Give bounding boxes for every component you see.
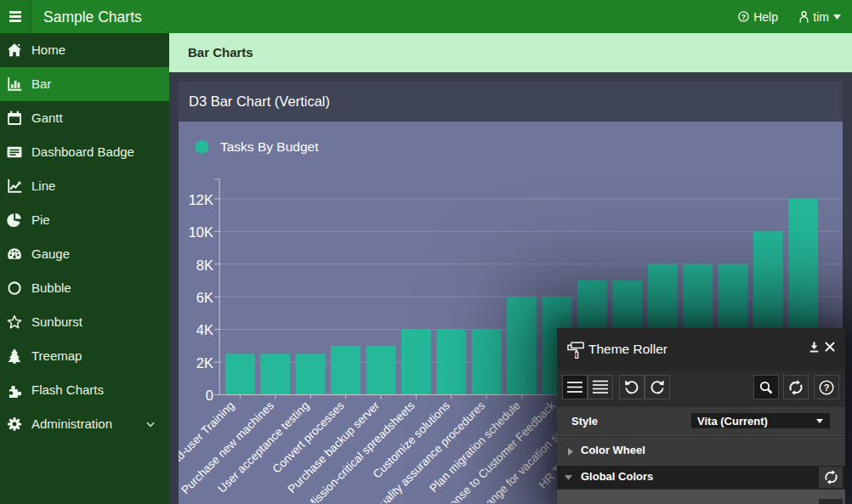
svg-text:8K: 8K bbox=[196, 258, 213, 273]
svg-text:0: 0 bbox=[206, 388, 213, 403]
svg-text:Tasks By Budget: Tasks By Budget bbox=[220, 139, 319, 154]
svg-text:6K: 6K bbox=[196, 290, 213, 305]
svg-text:?: ? bbox=[824, 382, 830, 393]
svg-text:4K: 4K bbox=[196, 322, 213, 337]
svg-text:12K: 12K bbox=[189, 192, 213, 207]
svg-text:10K: 10K bbox=[189, 224, 213, 240]
svg-text:2K: 2K bbox=[196, 355, 213, 371]
svg-text:?: ? bbox=[741, 13, 747, 21]
